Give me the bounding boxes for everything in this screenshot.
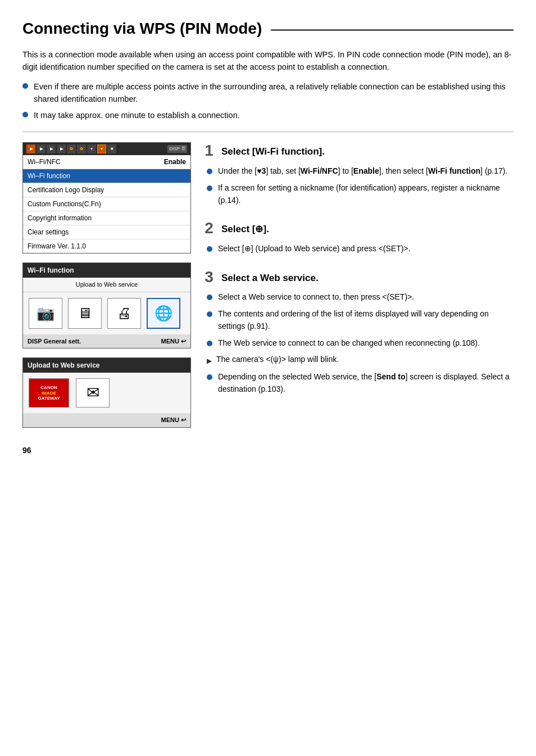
mode-icon-1: ▶ bbox=[26, 144, 35, 153]
step-3-bullet-2: The contents and ordering of the list of… bbox=[207, 308, 514, 332]
menu-item-clear[interactable]: Clear settings bbox=[23, 225, 190, 239]
step-3-number: 3 bbox=[202, 269, 216, 286]
canon-text: CANON bbox=[40, 385, 57, 391]
step-3-dot-2 bbox=[207, 311, 212, 317]
step-1-dot-1 bbox=[207, 169, 212, 174]
wifi-icon-printer[interactable]: 🖨 bbox=[107, 298, 141, 329]
mode-icon-8: ♥ bbox=[97, 144, 106, 153]
step-3-dot-3 bbox=[207, 341, 212, 346]
step-3-title: Select a Web service. bbox=[221, 269, 319, 286]
upload-panel-body: CANON iMAGE GATEWAY ✉ bbox=[23, 373, 190, 413]
wifi-icon-globe[interactable]: 🌐 bbox=[147, 298, 180, 329]
menu-top-bar: ▶ ▶ ▶ ▶ ✿ ✿ ♥ ♥ ★ DISP ☰ bbox=[23, 143, 190, 155]
step-3-bullet-5: Depending on the selected Web service, t… bbox=[207, 371, 514, 395]
step-3-section: 3 Select a Web service. Select a Web ser… bbox=[202, 269, 514, 396]
step-3-bullet-4: ▶ The camera's <(ψ)> lamp will blink. bbox=[207, 354, 514, 366]
left-screenshots: ▶ ▶ ▶ ▶ ✿ ✿ ♥ ♥ ★ DISP ☰ Wi–Fi/NFC E bbox=[22, 142, 191, 428]
triangle-icon: ▶ bbox=[207, 356, 212, 366]
intro-bullet-2: It may take approx. one minute to establ… bbox=[22, 109, 514, 121]
step-3-bullet-1: Select a Web service to connect to, then… bbox=[207, 291, 514, 304]
upload-panel-menu: MENU ↩ bbox=[161, 415, 186, 425]
step-3-header: 3 Select a Web service. bbox=[202, 269, 514, 286]
wifi-panel-title: Wi–Fi function bbox=[23, 263, 190, 278]
image-text: iMAGE bbox=[42, 391, 56, 396]
mode-icon-3: ▶ bbox=[47, 144, 56, 153]
canon-gateway-icon[interactable]: CANON iMAGE GATEWAY bbox=[29, 378, 69, 408]
intro-bullet-1: Even if there are multiple access points… bbox=[22, 80, 514, 106]
upload-panel-title: Upload to Web service bbox=[23, 358, 190, 373]
step-1-bullet-1: Under the [♥3] tab, set [Wi-Fi/NFC] to [… bbox=[207, 165, 514, 178]
page-title: Connecting via WPS (PIN Mode) bbox=[22, 17, 262, 40]
wifi-function-panel: Wi–Fi function Upload to Web service 📷 🖥… bbox=[22, 262, 191, 348]
step-1-dot-2 bbox=[207, 185, 212, 191]
step-3-bullets: Select a Web service to connect to, then… bbox=[207, 291, 514, 395]
wifi-panel-menu: MENU ↩ bbox=[161, 337, 186, 346]
mode-icon-2: ▶ bbox=[37, 144, 46, 153]
menu-item-copyright[interactable]: Copyright information bbox=[23, 211, 190, 225]
mode-icon-6: ✿ bbox=[77, 144, 86, 153]
step-2-number: 2 bbox=[202, 220, 216, 237]
step-1-bullets: Under the [♥3] tab, set [Wi-Fi/NFC] to [… bbox=[207, 165, 514, 206]
printer-icon: 🖨 bbox=[117, 302, 131, 324]
mode-icon-9: ★ bbox=[107, 144, 116, 153]
page-number: 96 bbox=[22, 445, 514, 456]
step-2-section: 2 Select [⊕]. Select [⊕] (Upload to Web … bbox=[202, 220, 514, 255]
wifi-nfc-value: Enable bbox=[164, 157, 186, 167]
step-2-bullet-1: Select [⊕] (Upload to Web service) and p… bbox=[207, 243, 514, 255]
wifi-icon-tablet[interactable]: 🖥 bbox=[68, 298, 102, 329]
step-3-dot-1 bbox=[207, 295, 212, 300]
tablet-icon: 🖥 bbox=[78, 302, 92, 324]
camera-icon: 📷 bbox=[37, 302, 54, 324]
upload-panel: Upload to Web service CANON iMAGE GATEWA… bbox=[22, 357, 191, 428]
title-underline bbox=[271, 29, 514, 31]
step-1-title: Select [Wi-Fi function]. bbox=[221, 142, 325, 159]
section-divider bbox=[22, 132, 514, 132]
bullet-icon-1 bbox=[22, 83, 28, 89]
step-2-title: Select [⊕]. bbox=[221, 220, 269, 237]
step-2-dot-1 bbox=[207, 246, 212, 252]
gateway-text: GATEWAY bbox=[38, 396, 60, 401]
mode-icon-7: ♥ bbox=[87, 144, 96, 153]
intro-paragraph: This is a connection mode available when… bbox=[22, 48, 514, 74]
wifi-icons-grid: 📷 🖥 🖨 🌐 bbox=[23, 292, 190, 334]
step-2-bullets: Select [⊕] (Upload to Web service) and p… bbox=[207, 243, 514, 255]
mode-icon-5: ✿ bbox=[67, 144, 76, 153]
step-1-number: 1 bbox=[202, 142, 216, 160]
menu-item-firmware[interactable]: Firmware Ver. 1.1.0 bbox=[23, 239, 190, 253]
step-1-section: 1 Select [Wi-Fi function]. Under the [♥3… bbox=[202, 142, 514, 206]
bullet-icon-2 bbox=[22, 112, 28, 117]
email-icon[interactable]: ✉ bbox=[76, 378, 110, 408]
upload-panel-footer: MENU ↩ bbox=[23, 413, 190, 427]
wifi-nfc-label: Wi–Fi/NFC bbox=[28, 157, 61, 167]
menu-item-custom-fn[interactable]: Custom Functions(C.Fn) bbox=[23, 197, 190, 211]
disp-badge: DISP ☰ bbox=[167, 145, 187, 153]
main-content: ▶ ▶ ▶ ▶ ✿ ✿ ♥ ♥ ★ DISP ☰ Wi–Fi/NFC E bbox=[22, 142, 514, 428]
step-1-header: 1 Select [Wi-Fi function]. bbox=[202, 142, 514, 160]
globe-icon: 🌐 bbox=[155, 302, 172, 324]
intro-bullets: Even if there are multiple access points… bbox=[22, 80, 514, 121]
step-1-bullet-2: If a screen for setting a nickname (for … bbox=[207, 182, 514, 206]
menu-item-wifi-function[interactable]: Wi–Fi function bbox=[23, 169, 190, 183]
step-3-dot-5 bbox=[207, 374, 212, 380]
wifi-icon-camera[interactable]: 📷 bbox=[29, 298, 62, 329]
menu-screen-panel: ▶ ▶ ▶ ▶ ✿ ✿ ♥ ♥ ★ DISP ☰ Wi–Fi/NFC E bbox=[22, 142, 191, 253]
right-steps: 1 Select [Wi-Fi function]. Under the [♥3… bbox=[202, 142, 514, 428]
step-2-header: 2 Select [⊕]. bbox=[202, 220, 514, 237]
wifi-panel-disp: DISP General sett. bbox=[28, 337, 81, 346]
menu-item-cert-logo[interactable]: Certification Logo Display bbox=[23, 183, 190, 197]
envelope-icon: ✉ bbox=[87, 381, 99, 405]
wifi-panel-bottom: DISP General sett. MENU ↩ bbox=[23, 334, 190, 348]
wifi-panel-subtitle: Upload to Web service bbox=[23, 278, 190, 292]
wifi-nfc-row: Wi–Fi/NFC Enable bbox=[23, 155, 190, 169]
step-3-bullet-3: The Web service to connect to can be cha… bbox=[207, 337, 514, 350]
mode-icons: ▶ ▶ ▶ ▶ ✿ ✿ ♥ ♥ ★ bbox=[26, 144, 116, 153]
mode-icon-4: ▶ bbox=[57, 144, 66, 153]
